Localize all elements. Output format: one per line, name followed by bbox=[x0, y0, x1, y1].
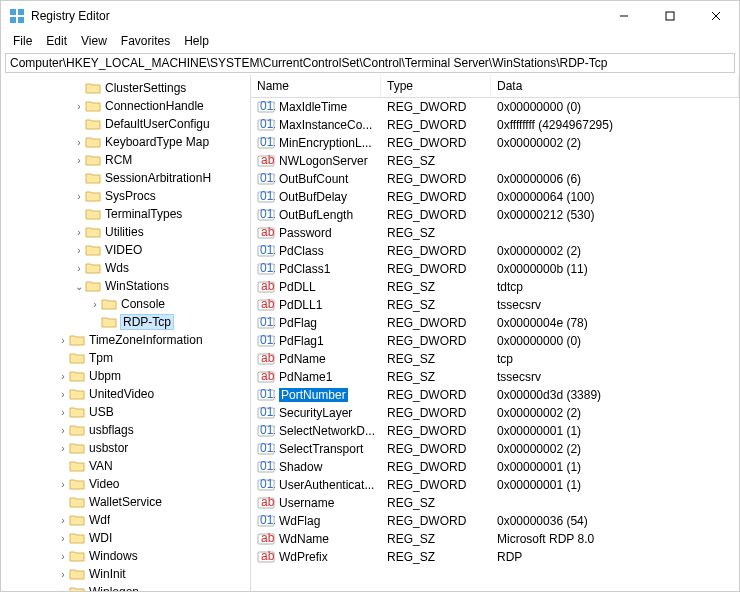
tree-item[interactable]: ›Utilities bbox=[1, 223, 250, 241]
registry-value-row[interactable]: 011SelectNetworkD...REG_DWORD0x00000001 … bbox=[251, 422, 739, 440]
chevron-right-icon[interactable]: › bbox=[89, 299, 101, 310]
tree-item[interactable]: ›UnitedVideo bbox=[1, 385, 250, 403]
chevron-right-icon[interactable]: › bbox=[73, 137, 85, 148]
registry-value-row[interactable]: 011ShadowREG_DWORD0x00000001 (1) bbox=[251, 458, 739, 476]
registry-value-row[interactable]: 011SelectTransportREG_DWORD0x00000002 (2… bbox=[251, 440, 739, 458]
registry-value-row[interactable]: abPdDLLREG_SZtdtcp bbox=[251, 278, 739, 296]
tree-item-label: Tpm bbox=[89, 351, 113, 365]
registry-value-row[interactable]: 011SecurityLayerREG_DWORD0x00000002 (2) bbox=[251, 404, 739, 422]
registry-value-row[interactable]: 011PdFlagREG_DWORD0x0000004e (78) bbox=[251, 314, 739, 332]
tree-item[interactable]: ›usbstor bbox=[1, 439, 250, 457]
column-header-name[interactable]: Name bbox=[251, 75, 381, 97]
dword-value-icon: 011 bbox=[257, 514, 275, 528]
registry-value-row[interactable]: 011PortNumberREG_DWORD0x00000d3d (3389) bbox=[251, 386, 739, 404]
menu-favorites[interactable]: Favorites bbox=[115, 32, 176, 50]
chevron-right-icon[interactable]: › bbox=[57, 587, 69, 592]
registry-value-row[interactable]: 011MaxIdleTimeREG_DWORD0x00000000 (0) bbox=[251, 98, 739, 116]
tree-item[interactable]: WalletService bbox=[1, 493, 250, 511]
registry-value-row[interactable]: 011OutBufLengthREG_DWORD0x00000212 (530) bbox=[251, 206, 739, 224]
tree-item[interactable]: ›WinInit bbox=[1, 565, 250, 583]
registry-value-row[interactable]: 011PdFlag1REG_DWORD0x00000000 (0) bbox=[251, 332, 739, 350]
tree-item[interactable]: RDP-Tcp bbox=[1, 313, 250, 331]
registry-value-row[interactable]: 011OutBufCountREG_DWORD0x00000006 (6) bbox=[251, 170, 739, 188]
tree-item[interactable]: ›Video bbox=[1, 475, 250, 493]
chevron-right-icon[interactable]: › bbox=[57, 407, 69, 418]
registry-value-row[interactable]: abUsernameREG_SZ bbox=[251, 494, 739, 512]
chevron-right-icon[interactable]: › bbox=[73, 101, 85, 112]
tree-item[interactable]: ›Ubpm bbox=[1, 367, 250, 385]
tree-item[interactable]: ›ConnectionHandle bbox=[1, 97, 250, 115]
close-button[interactable] bbox=[693, 1, 739, 31]
tree-item[interactable]: ›KeyboardType Map bbox=[1, 133, 250, 151]
chevron-right-icon[interactable]: › bbox=[57, 533, 69, 544]
tree-item[interactable]: ›Wdf bbox=[1, 511, 250, 529]
tree-item[interactable]: ›VIDEO bbox=[1, 241, 250, 259]
tree-item[interactable]: ›TimeZoneInformation bbox=[1, 331, 250, 349]
registry-value-row[interactable]: 011OutBufDelayREG_DWORD0x00000064 (100) bbox=[251, 188, 739, 206]
chevron-right-icon[interactable]: › bbox=[73, 263, 85, 274]
chevron-right-icon[interactable]: › bbox=[57, 479, 69, 490]
menu-help[interactable]: Help bbox=[178, 32, 215, 50]
tree-panel[interactable]: ClusterSettings›ConnectionHandleDefaultU… bbox=[1, 75, 251, 591]
registry-value-row[interactable]: abPdDLL1REG_SZtssecsrv bbox=[251, 296, 739, 314]
value-data: tdtcp bbox=[491, 280, 739, 294]
chevron-right-icon[interactable]: › bbox=[57, 389, 69, 400]
chevron-right-icon[interactable]: › bbox=[57, 371, 69, 382]
tree-item[interactable]: SessionArbitrationH bbox=[1, 169, 250, 187]
chevron-right-icon[interactable]: › bbox=[73, 227, 85, 238]
maximize-button[interactable] bbox=[647, 1, 693, 31]
value-data: 0x00000002 (2) bbox=[491, 406, 739, 420]
tree-item[interactable]: ›RCM bbox=[1, 151, 250, 169]
registry-value-row[interactable]: abWdNameREG_SZMicrosoft RDP 8.0 bbox=[251, 530, 739, 548]
folder-icon bbox=[69, 531, 85, 545]
tree-item[interactable]: ›SysProcs bbox=[1, 187, 250, 205]
tree-item[interactable]: Tpm bbox=[1, 349, 250, 367]
column-header-type[interactable]: Type bbox=[381, 75, 491, 97]
tree-item[interactable]: ClusterSettings bbox=[1, 79, 250, 97]
chevron-right-icon[interactable]: › bbox=[73, 191, 85, 202]
registry-value-row[interactable]: 011MaxInstanceCo...REG_DWORD0xffffffff (… bbox=[251, 116, 739, 134]
registry-value-row[interactable]: abPdName1REG_SZtssecsrv bbox=[251, 368, 739, 386]
tree-item[interactable]: ›USB bbox=[1, 403, 250, 421]
list-body: 011MaxIdleTimeREG_DWORD0x00000000 (0)011… bbox=[251, 98, 739, 566]
chevron-right-icon[interactable]: › bbox=[57, 515, 69, 526]
chevron-right-icon[interactable]: › bbox=[73, 155, 85, 166]
chevron-right-icon[interactable]: › bbox=[57, 551, 69, 562]
value-data: 0x00000002 (2) bbox=[491, 442, 739, 456]
tree-item[interactable]: DefaultUserConfigu bbox=[1, 115, 250, 133]
menu-view[interactable]: View bbox=[75, 32, 113, 50]
registry-value-row[interactable]: 011PdClassREG_DWORD0x00000002 (2) bbox=[251, 242, 739, 260]
registry-value-row[interactable]: abNWLogonServerREG_SZ bbox=[251, 152, 739, 170]
tree-item[interactable]: ›Windows bbox=[1, 547, 250, 565]
menu-edit[interactable]: Edit bbox=[40, 32, 73, 50]
registry-value-row[interactable]: 011WdFlagREG_DWORD0x00000036 (54) bbox=[251, 512, 739, 530]
tree-item[interactable]: ›usbflags bbox=[1, 421, 250, 439]
chevron-right-icon[interactable]: › bbox=[57, 335, 69, 346]
tree-item[interactable]: ›Winlogon bbox=[1, 583, 250, 591]
menu-file[interactable]: File bbox=[7, 32, 38, 50]
chevron-right-icon[interactable]: › bbox=[57, 443, 69, 454]
value-name-cell: abWdPrefix bbox=[251, 550, 381, 564]
tree-item[interactable]: VAN bbox=[1, 457, 250, 475]
registry-value-row[interactable]: 011PdClass1REG_DWORD0x0000000b (11) bbox=[251, 260, 739, 278]
registry-value-row[interactable]: 011MinEncryptionL...REG_DWORD0x00000002 … bbox=[251, 134, 739, 152]
tree-item[interactable]: TerminalTypes bbox=[1, 205, 250, 223]
registry-value-row[interactable]: 011UserAuthenticat...REG_DWORD0x00000001… bbox=[251, 476, 739, 494]
column-header-data[interactable]: Data bbox=[491, 75, 739, 97]
string-value-icon: ab bbox=[257, 280, 275, 294]
chevron-right-icon[interactable]: › bbox=[57, 425, 69, 436]
tree-item[interactable]: ›Console bbox=[1, 295, 250, 313]
registry-value-row[interactable]: abWdPrefixREG_SZRDP bbox=[251, 548, 739, 566]
value-name: PdName bbox=[279, 352, 326, 366]
minimize-button[interactable] bbox=[601, 1, 647, 31]
tree-item[interactable]: ›WDI bbox=[1, 529, 250, 547]
address-bar[interactable]: Computer\HKEY_LOCAL_MACHINE\SYSTEM\Curre… bbox=[5, 53, 735, 73]
tree-item[interactable]: ›Wds bbox=[1, 259, 250, 277]
registry-value-row[interactable]: abPdNameREG_SZtcp bbox=[251, 350, 739, 368]
value-data: 0x00000000 (0) bbox=[491, 334, 739, 348]
chevron-down-icon[interactable]: ⌄ bbox=[73, 281, 85, 292]
registry-value-row[interactable]: abPasswordREG_SZ bbox=[251, 224, 739, 242]
tree-item[interactable]: ⌄WinStations bbox=[1, 277, 250, 295]
chevron-right-icon[interactable]: › bbox=[57, 569, 69, 580]
chevron-right-icon[interactable]: › bbox=[73, 245, 85, 256]
